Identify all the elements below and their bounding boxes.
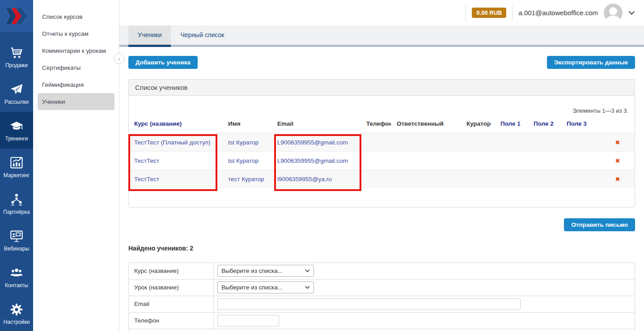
header-divider bbox=[466, 5, 466, 21]
delete-icon[interactable]: ✖ bbox=[615, 157, 620, 164]
send-email-button[interactable]: Отправить письмо bbox=[564, 218, 635, 231]
chevrons-logo-icon bbox=[4, 4, 29, 28]
top-header: 0.00 RUB a.001@autoweboffice.com bbox=[119, 0, 644, 25]
sidebar-item-contacts[interactable]: Контакты bbox=[0, 259, 33, 295]
cell-name[interactable]: тест Куратор bbox=[223, 170, 272, 188]
sidebar-collapse-button[interactable]: ‹ bbox=[114, 53, 125, 64]
sidebar-item-label: Партнёрка bbox=[3, 209, 30, 215]
page-content: Добавить ученика Экспортировать данные С… bbox=[119, 56, 644, 331]
panel-spacer bbox=[129, 188, 635, 207]
secondary-sidebar: Список курсов Отчеты к курсам Комментари… bbox=[33, 0, 119, 331]
cell-field1 bbox=[495, 170, 528, 188]
network-icon bbox=[9, 192, 24, 207]
webinar-icon bbox=[9, 229, 24, 243]
cell-phone bbox=[361, 170, 391, 188]
sidebar-item-affiliate[interactable]: Партнёрка bbox=[0, 185, 33, 222]
filter-row: Курс (название) Выберите из списка... bbox=[129, 263, 635, 279]
avatar-body-shape bbox=[606, 16, 620, 22]
column-field2[interactable]: Поле 2 bbox=[528, 114, 561, 133]
cell-curator bbox=[461, 170, 495, 188]
filter-table: Курс (название) Выберите из списка... Ур… bbox=[128, 263, 635, 331]
app-logo[interactable] bbox=[0, 0, 33, 32]
cell-name[interactable]: tst Куратор bbox=[223, 152, 272, 170]
submenu-item-certificates[interactable]: Сертификаты bbox=[33, 59, 119, 76]
column-curator: Куратор bbox=[461, 114, 495, 133]
submenu-item-course-list[interactable]: Список курсов bbox=[33, 8, 119, 25]
panel-title: Список учеников bbox=[129, 80, 635, 96]
cell-field2 bbox=[528, 170, 561, 188]
sidebar-item-label: Тренинги bbox=[5, 136, 28, 142]
cell-field3 bbox=[561, 170, 601, 188]
submenu-item-course-reports[interactable]: Отчеты к курсам bbox=[33, 25, 119, 42]
filter-label-phone: Телефон bbox=[129, 312, 214, 329]
delete-icon[interactable]: ✖ bbox=[615, 139, 620, 146]
email-filter-input[interactable] bbox=[217, 298, 521, 310]
graduation-cap-icon bbox=[9, 119, 24, 133]
sidebar-nav: Продажи Рассылки Тренинги Маркетинг bbox=[0, 32, 33, 331]
sidebar-item-trainings[interactable]: Тренинги bbox=[0, 112, 33, 149]
filter-label-email: Email bbox=[129, 296, 214, 312]
paper-plane-icon bbox=[9, 82, 24, 97]
sidebar-item-settings[interactable]: Настройки bbox=[0, 295, 33, 331]
sidebar-item-label: Вебинары bbox=[4, 246, 30, 252]
cell-field2 bbox=[528, 133, 561, 152]
select-value: Выберите из списка... bbox=[221, 267, 283, 274]
column-course[interactable]: Курс (название) bbox=[129, 114, 223, 133]
cell-field1 bbox=[495, 133, 528, 152]
cell-curator bbox=[461, 133, 495, 152]
delete-icon[interactable]: ✖ bbox=[615, 176, 620, 182]
cell-course[interactable]: ТестТест bbox=[129, 152, 223, 170]
cart-icon bbox=[9, 46, 24, 60]
chevron-down-icon[interactable] bbox=[628, 11, 635, 15]
avatar[interactable] bbox=[604, 4, 623, 22]
cell-course[interactable]: ТестТест (Платный доступ) bbox=[129, 133, 223, 152]
column-field3[interactable]: Поле 3 bbox=[561, 114, 601, 133]
cell-email[interactable]: l9006359955@ya.ru bbox=[272, 170, 361, 188]
column-email: Email bbox=[272, 114, 361, 133]
course-select[interactable]: Выберите из списка... bbox=[217, 265, 314, 277]
lesson-select[interactable]: Выберите из списка... bbox=[217, 281, 314, 293]
column-phone: Телефон bbox=[361, 114, 391, 133]
sidebar-item-mailings[interactable]: Рассылки bbox=[0, 75, 33, 112]
export-data-button[interactable]: Экспортировать данные bbox=[547, 56, 635, 69]
table-row: ТестТест тест Куратор l9006359955@ya.ru … bbox=[129, 170, 635, 188]
column-responsible: Ответственный bbox=[391, 114, 461, 133]
cell-field1 bbox=[495, 152, 528, 170]
cell-email[interactable]: L9006359955@gmail.com bbox=[272, 133, 361, 152]
tab-students[interactable]: Ученики bbox=[128, 25, 171, 45]
table-header-row: Курс (название) Имя Email Телефон Ответс… bbox=[129, 114, 635, 133]
sidebar-item-label: Настройки bbox=[4, 319, 30, 325]
students-panel: Список учеников Элементы 1—3 из 3. Курс … bbox=[128, 79, 635, 208]
column-actions bbox=[601, 114, 635, 133]
actions-row: Добавить ученика Экспортировать данные bbox=[128, 56, 635, 69]
submenu-item-students[interactable]: Ученики bbox=[38, 93, 114, 110]
send-email-row: Отправить письмо bbox=[128, 218, 635, 231]
chevron-down-icon bbox=[305, 286, 310, 289]
cell-email[interactable]: L9006359955@gmail.com bbox=[272, 152, 361, 170]
balance-badge[interactable]: 0.00 RUB bbox=[472, 8, 506, 18]
table-row: ТестТест tst Куратор L9006359955@gmail.c… bbox=[129, 152, 635, 170]
header-divider bbox=[512, 5, 513, 21]
tab-blacklist[interactable]: Черный список bbox=[171, 25, 233, 45]
cell-field3 bbox=[561, 133, 601, 152]
select-value: Выберите из списка... bbox=[221, 284, 283, 291]
cell-responsible bbox=[391, 133, 461, 152]
account-email[interactable]: a.001@autoweboffice.com bbox=[518, 9, 598, 17]
found-students-text: Найдено учеников: 2 bbox=[128, 245, 635, 252]
phone-filter-input[interactable] bbox=[217, 315, 279, 327]
cell-curator bbox=[461, 152, 495, 170]
sidebar-item-webinars[interactable]: Вебинары bbox=[0, 222, 33, 259]
icon-sidebar: Продажи Рассылки Тренинги Маркетинг bbox=[0, 0, 33, 331]
table-row: ТестТест (Платный доступ) tst Куратор L9… bbox=[129, 133, 635, 152]
cell-course[interactable]: ТестТест bbox=[129, 170, 223, 188]
column-field1[interactable]: Поле 1 bbox=[495, 114, 528, 133]
sidebar-item-marketing[interactable]: Маркетинг bbox=[0, 149, 33, 185]
cell-name[interactable]: tst Куратор bbox=[223, 133, 272, 152]
sidebar-item-sales[interactable]: Продажи bbox=[0, 38, 33, 75]
tab-underline bbox=[119, 45, 644, 47]
submenu-item-gamification[interactable]: Геймификация bbox=[33, 76, 119, 93]
submenu-item-lesson-comments[interactable]: Комментарии к урокам bbox=[33, 42, 119, 59]
avatar-head-shape bbox=[609, 7, 617, 15]
add-student-button[interactable]: Добавить ученика bbox=[128, 56, 198, 69]
sidebar-item-label: Маркетинг bbox=[4, 172, 30, 178]
